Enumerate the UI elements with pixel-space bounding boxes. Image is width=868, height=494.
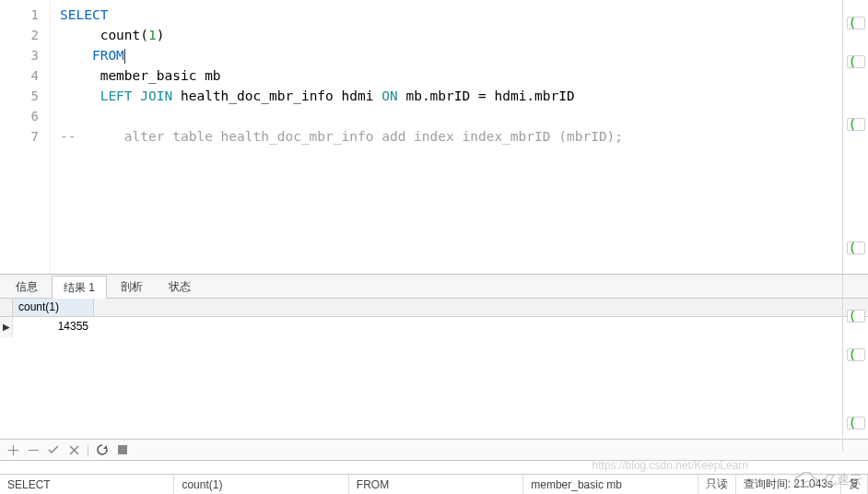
status-query-time: 查询时间: 21.043s — [736, 475, 841, 494]
line-number: 3 — [0, 45, 39, 65]
paren-marker-icon — [847, 310, 865, 323]
add-row-button[interactable] — [6, 442, 20, 457]
code-token: ( — [140, 28, 148, 42]
code-token: 1 — [148, 28, 157, 42]
paren-marker-icon — [847, 55, 865, 68]
stop-button[interactable] — [115, 442, 130, 457]
line-number: 7 — [0, 126, 39, 147]
code-line[interactable]: count(1) — [60, 25, 862, 45]
background-url-watermark: https://blog.csdn.net/KeepLearn — [592, 459, 748, 472]
code-token — [60, 88, 100, 103]
status-table: member_basic mb — [523, 475, 698, 494]
tab-profile[interactable]: 剖析 — [109, 275, 155, 298]
line-number: 6 — [0, 106, 39, 126]
code-area[interactable]: SELECT count(1) FROM member_basic mb LEF… — [51, 0, 868, 274]
code-token: ) — [157, 28, 165, 42]
tab-info[interactable]: 信息 — [4, 275, 50, 298]
check-icon — [48, 444, 59, 455]
refresh-button[interactable] — [95, 442, 110, 457]
code-token: SELECT — [60, 7, 108, 22]
paren-marker-icon — [847, 118, 865, 131]
code-line[interactable] — [60, 106, 862, 126]
code-token: count — [60, 28, 140, 42]
cancel-button[interactable] — [66, 442, 81, 457]
code-token: member_basic mb — [60, 68, 221, 83]
code-token: FROM — [92, 48, 124, 63]
text-cursor — [124, 49, 125, 64]
code-token: -- alter table health_doc_mbr_info add i… — [60, 129, 623, 144]
apply-button[interactable] — [46, 442, 61, 457]
status-readonly: 只读 — [698, 475, 736, 494]
current-row-marker: ▶ — [0, 317, 13, 337]
status-from: FROM — [349, 475, 523, 494]
status-extra: 复 — [841, 475, 868, 494]
cell-value[interactable]: 14355 — [13, 317, 94, 337]
line-number: 1 — [0, 5, 39, 25]
status-select: SELECT — [0, 475, 174, 494]
tab-status[interactable]: 状态 — [157, 275, 203, 298]
paren-marker-icon — [847, 241, 865, 254]
code-token: LEFT — [100, 88, 133, 103]
code-token — [133, 88, 141, 103]
paren-marker-icon — [847, 348, 865, 361]
sql-editor[interactable]: 1 2 3 4 5 6 7 SELECT count(1) FROM membe… — [0, 0, 868, 275]
line-number: 4 — [0, 65, 39, 86]
result-header: count(1) — [0, 299, 868, 317]
minus-icon — [29, 445, 39, 455]
refresh-icon — [97, 444, 108, 455]
result-tabs: 信息 结果 1 剖析 状态 — [0, 275, 868, 299]
code-token: ON — [381, 88, 397, 103]
code-token — [60, 48, 92, 63]
code-line[interactable]: -- alter table health_doc_mbr_info add i… — [60, 126, 862, 147]
separator: | — [87, 443, 89, 456]
line-number: 2 — [0, 25, 39, 45]
delete-row-button[interactable] — [26, 442, 41, 457]
row-marker-header — [0, 299, 13, 316]
status-bar: SELECT count(1) FROM member_basic mb 只读 … — [0, 474, 868, 494]
x-icon — [69, 445, 79, 455]
paren-marker-icon — [847, 417, 865, 429]
code-token: JOIN — [140, 88, 172, 103]
plus-icon — [8, 445, 18, 455]
grid-toolbar: | — [0, 439, 868, 461]
code-line[interactable]: SELECT — [60, 5, 862, 25]
table-row[interactable]: ▶ 14355 — [0, 317, 868, 337]
paren-marker-icon — [847, 17, 865, 29]
result-body[interactable]: ▶ 14355 — [0, 317, 868, 428]
tab-result-1[interactable]: 结果 1 — [52, 276, 107, 299]
right-strip — [842, 0, 868, 452]
code-line[interactable]: FROM — [60, 45, 862, 65]
stop-icon — [118, 445, 127, 454]
line-gutter: 1 2 3 4 5 6 7 — [0, 0, 51, 274]
svg-rect-0 — [118, 445, 127, 454]
code-token: health_doc_mbr_info hdmi — [172, 88, 381, 103]
line-number: 5 — [0, 86, 39, 106]
code-token: mb.mbrID = hdmi.mbrID — [398, 88, 575, 103]
code-line[interactable]: member_basic mb — [60, 65, 862, 86]
code-line[interactable]: LEFT JOIN health_doc_mbr_info hdmi ON mb… — [60, 86, 862, 106]
column-header[interactable]: count(1) — [13, 299, 94, 316]
status-count: count(1) — [174, 475, 348, 494]
